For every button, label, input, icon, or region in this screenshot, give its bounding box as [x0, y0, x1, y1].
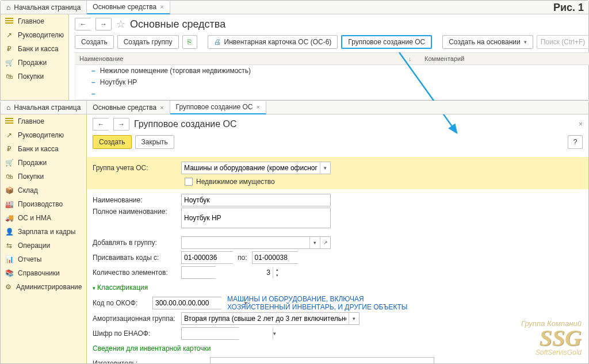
maker-input[interactable] — [210, 357, 434, 363]
code-to-input[interactable] — [252, 251, 298, 264]
bag-icon: 🛍 — [5, 173, 13, 181]
cart-icon: 🛒 — [5, 159, 13, 167]
factory-icon: 🏭 — [5, 200, 13, 208]
ruble-icon: ₽ — [5, 45, 13, 53]
copy-button[interactable]: ⎘ — [182, 35, 197, 49]
group-create-button[interactable]: Групповое создание ОС — [341, 35, 432, 49]
amort-label: Амортизационная группа: — [93, 315, 179, 323]
sidebar-item-osnma[interactable]: 🚚ОС и НМА — [1, 211, 86, 225]
sidebar-item-manager[interactable]: ↗Руководителю — [1, 28, 68, 42]
operations-icon: ⇆ — [5, 242, 13, 250]
menu-icon — [5, 117, 13, 127]
chevron-down-icon[interactable]: ▾ — [273, 328, 276, 339]
tab-label: Основные средства — [93, 3, 156, 11]
person-icon: 👤 — [5, 228, 13, 236]
close-icon[interactable]: × — [160, 3, 163, 10]
create-based-button[interactable]: Создать на основании▾ — [442, 35, 533, 49]
count-input[interactable]: ▴▾ — [181, 266, 216, 279]
help-button[interactable]: ? — [568, 135, 583, 149]
okof-combo[interactable]: ▾ — [152, 297, 221, 309]
sort-icon: ↓ — [408, 55, 412, 62]
item-icon: – — [91, 67, 95, 75]
enaof-label: Шифр по ЕНАОФ: — [93, 329, 179, 338]
create-button[interactable]: Создать — [93, 135, 132, 149]
create-button[interactable]: Создать — [75, 35, 114, 49]
tab-fixed-assets[interactable]: Основные средства× — [87, 101, 170, 114]
star-icon[interactable]: ☆ — [116, 18, 125, 30]
table-body: –Нежилое помещение (торговая недвижимост… — [75, 65, 589, 100]
name-input[interactable] — [181, 194, 331, 206]
sidebar-item-purchases[interactable]: 🛍Покупки — [1, 70, 68, 83]
placeholder: Поиск (Ctrl+F) — [541, 38, 586, 46]
fullname-input[interactable] — [181, 208, 331, 228]
spin-up[interactable]: ▴ — [273, 267, 281, 273]
close-icon[interactable]: × — [160, 104, 163, 111]
chevron-down-icon[interactable]: ▾ — [320, 162, 330, 174]
tab-label: Начальная страница — [14, 3, 81, 12]
immovable-checkbox[interactable]: Недвижимое имущество — [185, 178, 583, 186]
box-icon: 📦 — [5, 186, 13, 194]
sidebar-label: Продажи — [18, 59, 47, 67]
to-label: по: — [238, 254, 247, 262]
search-input[interactable]: Поиск (Ctrl+F)× — [537, 35, 589, 49]
invcard-link[interactable]: Сведения для инвентарной карточки — [93, 344, 211, 352]
sidebar-item-purchases[interactable]: 🛍Покупки — [1, 170, 86, 183]
okof-description[interactable]: МАШИНЫ И ОБОРУДОВАНИЕ, ВКЛЮЧАЯ ХОЗЯЙСТВЕ… — [227, 295, 411, 311]
code-from-input[interactable]: ▴▾ — [181, 251, 233, 264]
enaof-combo[interactable]: ▾ — [181, 327, 239, 340]
table-row[interactable]: –Нежилое помещение (торговая недвижимост… — [75, 65, 589, 76]
sidebar-item-bank[interactable]: ₽Банк и касса — [1, 42, 68, 56]
chevron-down-icon[interactable]: ▾ — [309, 237, 320, 248]
item-icon: – — [91, 90, 95, 98]
sidebar-item-manager[interactable]: ↗Руководителю — [1, 128, 86, 142]
sidebar-item-catalogs[interactable]: 📚Справочники — [1, 266, 86, 280]
nav-back-button[interactable]: ← — [93, 118, 109, 131]
nav-back-button[interactable]: ← — [75, 18, 91, 30]
col-comment[interactable]: Комментарий↓ — [420, 55, 589, 62]
chevron-down-icon[interactable]: ▾ — [349, 313, 359, 324]
page-title: Основные средства — [130, 18, 225, 30]
group-input[interactable] — [182, 162, 320, 174]
close-form-button[interactable]: Закрыть — [135, 135, 174, 149]
inventory-card-button[interactable]: 🖨Инвентарная карточка ОС (ОС-6) — [208, 35, 338, 49]
nav-fwd-button[interactable]: → — [95, 18, 112, 30]
tab-home[interactable]: ⌂Начальная страница — [1, 1, 87, 14]
table-row[interactable]: –Ноутбук HP — [75, 76, 589, 88]
top-tabs: ⌂Начальная страница Основные средства× — [1, 1, 588, 14]
sidebar-item-reports[interactable]: 📊Отчеты — [1, 252, 86, 266]
checkbox-icon — [185, 178, 193, 186]
close-button[interactable]: × — [579, 120, 583, 128]
sidebar-item-salary[interactable]: 👤Зарплата и кадры — [1, 225, 86, 239]
sidebar-item-sales[interactable]: 🛒Продажи — [1, 56, 68, 70]
nav-fwd-button[interactable]: → — [113, 118, 129, 131]
sidebar-label: Главное — [18, 17, 44, 25]
sidebar-item-production[interactable]: 🏭Производство — [1, 197, 86, 211]
spin-down[interactable]: ▾ — [273, 273, 281, 278]
addgroup-combo[interactable]: ▾↗ — [181, 236, 331, 249]
maker-label: Изготовитель: — [93, 359, 208, 363]
group-combo[interactable]: ▾ — [181, 162, 331, 174]
classification-link[interactable]: Классификация — [93, 283, 148, 292]
close-icon[interactable]: × — [256, 104, 259, 110]
create-group-button[interactable]: Создать группу — [117, 35, 179, 49]
amort-combo[interactable]: ▾ — [181, 312, 359, 325]
sidebar-item-warehouse[interactable]: 📦Склад — [1, 183, 86, 197]
checkbox-label: Недвижимое имущество — [196, 178, 275, 186]
col-name[interactable]: Наименование — [75, 55, 420, 62]
sidebar-item-main[interactable]: Главное — [1, 14, 68, 28]
sidebar-item-bank[interactable]: ₽Банк и касса — [1, 142, 86, 156]
btn-label: Создать на основании — [449, 38, 521, 46]
cart-icon: 🛒 — [5, 59, 13, 67]
tab-fixed-assets[interactable]: Основные средства× — [87, 1, 170, 14]
sidebar-item-main[interactable]: Главное — [1, 114, 86, 128]
sidebar-item-operations[interactable]: ⇆Операции — [1, 239, 86, 252]
fullname-label: Полное наименование: — [93, 208, 179, 216]
table-row[interactable]: – — [75, 88, 589, 99]
open-icon[interactable]: ↗ — [320, 237, 330, 248]
sidebar-item-sales[interactable]: 🛒Продажи — [1, 156, 86, 170]
sidebar-item-admin[interactable]: ⚙Администрирование — [1, 280, 86, 294]
name-label: Наименование: — [93, 196, 179, 204]
tab-home[interactable]: ⌂Начальная страница — [1, 101, 87, 114]
chart-icon: ↗ — [5, 131, 13, 139]
tab-group-create[interactable]: Групповое создание ОС× — [170, 101, 266, 114]
